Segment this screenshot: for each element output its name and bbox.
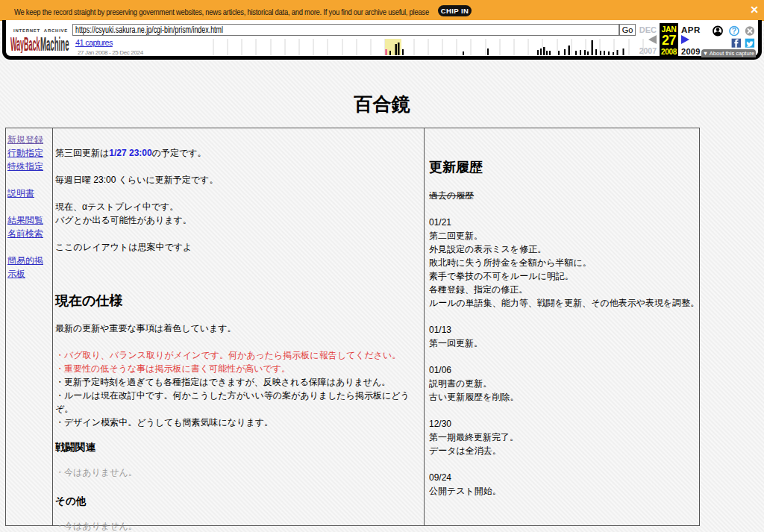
svg-text:?: ? [732, 26, 736, 35]
svg-text:Machine: Machine [40, 37, 69, 53]
svg-text:WayBack: WayBack [10, 37, 40, 53]
